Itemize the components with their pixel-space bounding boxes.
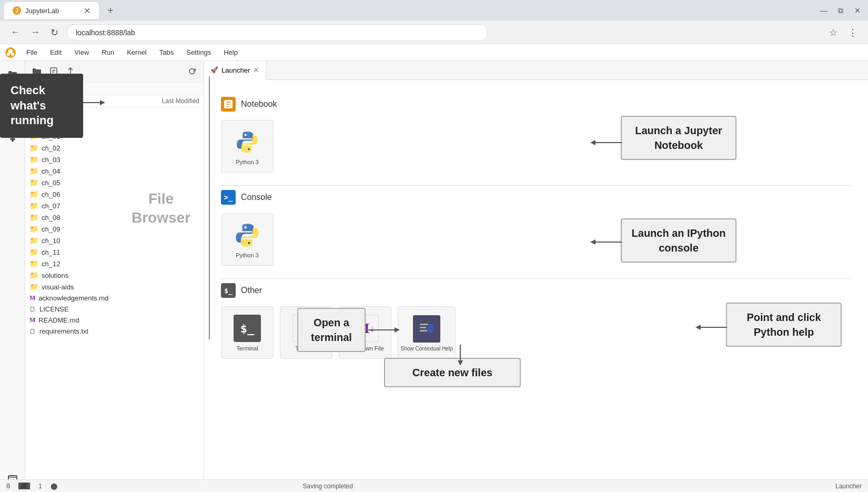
menu-settings[interactable]: Settings — [181, 46, 216, 58]
file-item-acknowledgements[interactable]: M acknowledgements.md — [25, 293, 204, 304]
svg-point-11 — [248, 148, 250, 150]
file-item-solutions[interactable]: 📁solutions — [25, 269, 204, 281]
file-item-label: ch_11 — [42, 248, 60, 256]
restore-button[interactable]: ⧉ — [834, 4, 847, 17]
new-tab-button[interactable]: + — [103, 3, 118, 19]
textfile-card[interactable]: Text File — [280, 306, 332, 359]
file-item-ch07[interactable]: 📁ch_07 — [25, 200, 204, 212]
menu-run[interactable]: Run — [96, 46, 119, 58]
file-item-requirements[interactable]: 🗋 requirements.txt — [25, 326, 204, 337]
menu-kernel[interactable]: Kernel — [122, 46, 152, 58]
python3-notebook-card[interactable]: Python 3 — [221, 120, 274, 173]
other-section-header: $_ Other — [221, 283, 851, 298]
launcher-tab[interactable]: 🚀 Launcher ✕ — [204, 61, 266, 80]
python3-console-card[interactable]: Python 3 — [221, 213, 274, 266]
folder-icon: 📁 — [29, 248, 38, 256]
forward-button[interactable]: → — [28, 25, 42, 40]
file-item-license[interactable]: 🗋 LICENSE — [25, 304, 204, 315]
svg-point-12 — [244, 226, 246, 228]
file-item-visual-aids[interactable]: 📁visual-aids — [25, 281, 204, 293]
markdown-m-letter: M — [356, 320, 369, 337]
menu-edit[interactable]: Edit — [45, 46, 67, 58]
menu-view[interactable]: View — [69, 46, 94, 58]
file-item-ch09[interactable]: 📁ch_09 — [25, 223, 204, 235]
file-item-ch02[interactable]: 📁ch_02 — [25, 142, 204, 154]
file-item-ch05[interactable]: 📁ch_05 — [25, 177, 204, 188]
launcher-tab-close[interactable]: ✕ — [253, 66, 259, 74]
other-section-title: Other — [241, 286, 262, 295]
bookmark-button[interactable]: ☆ — [827, 25, 840, 41]
svg-rect-16 — [420, 327, 426, 328]
url-text: localhost:8888/lab — [76, 28, 135, 37]
jupyter-menubar: File Edit View Run Kernel Tabs Settings … — [0, 44, 868, 61]
textfile-icon-box — [292, 315, 320, 342]
python3-console-label: Python 3 — [236, 252, 258, 258]
terminal-icon-box: $_ — [234, 315, 261, 342]
browser-tab[interactable]: J JupyterLab ✕ — [4, 2, 99, 19]
file-item-label: requirements.txt — [39, 327, 88, 335]
file-item-label: ch_08 — [42, 214, 60, 222]
folder-icon: 📁 — [29, 259, 38, 268]
tab-title: JupyterLab — [25, 7, 79, 15]
status-right-text: Launcher — [835, 483, 862, 490]
tab-close-button[interactable]: ✕ — [84, 6, 90, 16]
file-item-ch11[interactable]: 📁ch_11 — [25, 246, 204, 258]
window-controls: — ⧉ ✕ — [817, 4, 864, 17]
menu-file[interactable]: File — [21, 46, 43, 58]
jupyter-logo — [4, 46, 17, 59]
markdown-icon-box: M ↓ — [351, 315, 379, 342]
file-item-label: ch_07 — [42, 202, 60, 210]
file-item-label: acknowledgements.md — [38, 294, 108, 302]
back-button[interactable]: ← — [8, 25, 22, 40]
file-item-label: ch_03 — [42, 156, 60, 164]
file-icon: 🗋 — [29, 327, 36, 335]
file-item-ch12[interactable]: 📁ch_12 — [25, 258, 204, 269]
file-item-ch04[interactable]: 📁ch_04 — [25, 165, 204, 177]
file-icon: 🗋 — [29, 305, 36, 313]
file-item-ch03[interactable]: 📁ch_03 — [25, 154, 204, 165]
file-item-label: ch_06 — [42, 190, 60, 198]
console-section-icon: >_ — [221, 190, 236, 205]
console-grid: Python 3 — [221, 213, 851, 266]
folder-icon: 📁 — [29, 178, 38, 187]
textfile-line-1 — [298, 325, 315, 326]
refresh-button[interactable] — [185, 64, 199, 79]
browser-menu-button[interactable]: ⋮ — [846, 25, 860, 41]
svg-point-10 — [245, 134, 247, 136]
jupyter-favicon: J — [13, 6, 21, 15]
folder-icon: 📁 — [29, 225, 38, 233]
terminal-icon-status: ⬛ — [18, 483, 30, 489]
address-bar-row: ← → ↻ localhost:8888/lab ☆ ⋮ — [0, 21, 868, 44]
launcher-tab-label: Launcher — [221, 66, 250, 74]
kernel-count: 1 — [38, 483, 42, 490]
markdown-down-arrow: ↓ — [370, 323, 375, 334]
menu-help[interactable]: Help — [218, 46, 243, 58]
file-item-ch06[interactable]: 📁ch_06 — [25, 188, 204, 200]
file-item-readme[interactable]: M README.md — [25, 315, 204, 326]
svg-rect-15 — [420, 324, 428, 325]
menu-tabs[interactable]: Tabs — [154, 46, 179, 58]
textfile-label: Text File — [296, 345, 317, 352]
contextualhelp-icon — [412, 314, 441, 344]
close-button[interactable]: ✕ — [851, 4, 864, 17]
minimize-button[interactable]: — — [817, 4, 830, 17]
folder-icon: 📁 — [29, 271, 38, 279]
python3-notebook-label: Python 3 — [236, 159, 258, 165]
launcher-tab-icon: 🚀 — [210, 66, 218, 74]
terminal-count: 0 — [6, 483, 10, 490]
contextualhelp-card[interactable]: Show Contextual Help — [398, 306, 456, 359]
markdownfile-card[interactable]: M ↓ Markdown File — [339, 306, 391, 359]
divider-2 — [221, 278, 851, 279]
file-item-ch10[interactable]: 📁ch_10 — [25, 235, 204, 246]
file-item-label: solutions — [42, 272, 68, 279]
refresh-button[interactable]: ↻ — [48, 25, 60, 41]
browser-titlebar: J JupyterLab ✕ + — ⧉ ✕ — [0, 0, 868, 21]
url-bar[interactable]: localhost:8888/lab — [67, 24, 488, 41]
folder-icon: 📁 — [29, 213, 38, 222]
markdownfile-label: Markdown File — [346, 345, 384, 352]
terminal-card[interactable]: $_ Terminal — [221, 306, 274, 359]
terminal-label: Terminal — [236, 345, 258, 352]
svg-point-2 — [7, 53, 10, 56]
other-section-icon: $_ — [221, 283, 236, 298]
file-item-ch08[interactable]: 📁ch_08 — [25, 212, 204, 223]
